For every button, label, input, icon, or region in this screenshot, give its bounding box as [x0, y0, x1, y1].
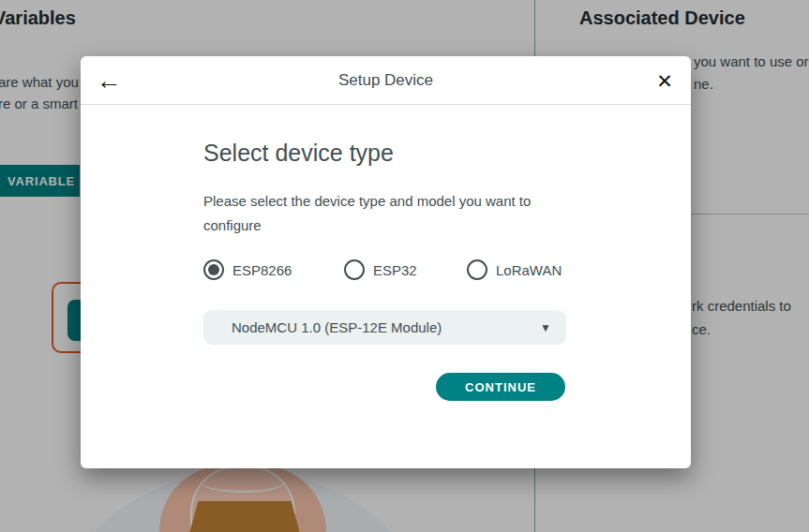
- radio-esp8266[interactable]: ESP8266: [203, 259, 292, 280]
- device-model-dropdown[interactable]: NodeMCU 1.0 (ESP-12E Module) ▼: [203, 310, 566, 345]
- modal-title: Setup Device: [81, 71, 691, 90]
- radio-button-icon[interactable]: [203, 259, 224, 280]
- radio-button-icon[interactable]: [467, 259, 487, 280]
- select-device-type-heading: Select device type: [203, 140, 394, 167]
- setup-device-modal: ← Setup Device ✕ Select device type Plea…: [81, 56, 691, 468]
- modal-header: ← Setup Device ✕: [81, 56, 691, 105]
- radio-esp32-label: ESP32: [373, 262, 417, 278]
- radio-esp32[interactable]: ESP32: [344, 259, 417, 280]
- radio-esp8266-label: ESP8266: [232, 262, 292, 278]
- radio-button-icon[interactable]: [344, 259, 365, 280]
- app-window: Variables are what you re or a smart VAR…: [0, 0, 809, 532]
- close-button[interactable]: ✕: [651, 67, 679, 96]
- radio-lorawan[interactable]: LoRaWAN: [467, 259, 562, 280]
- device-model-dropdown-value: NodeMCU 1.0 (ESP-12E Module): [232, 319, 442, 335]
- continue-button-label: CONTINUE: [465, 380, 536, 394]
- chevron-down-icon: ▼: [540, 321, 551, 334]
- continue-button[interactable]: CONTINUE: [436, 373, 565, 401]
- close-icon: ✕: [656, 70, 673, 92]
- radio-lorawan-label: LoRaWAN: [496, 262, 562, 278]
- select-device-type-subheading: Please select the device type and model …: [203, 189, 552, 238]
